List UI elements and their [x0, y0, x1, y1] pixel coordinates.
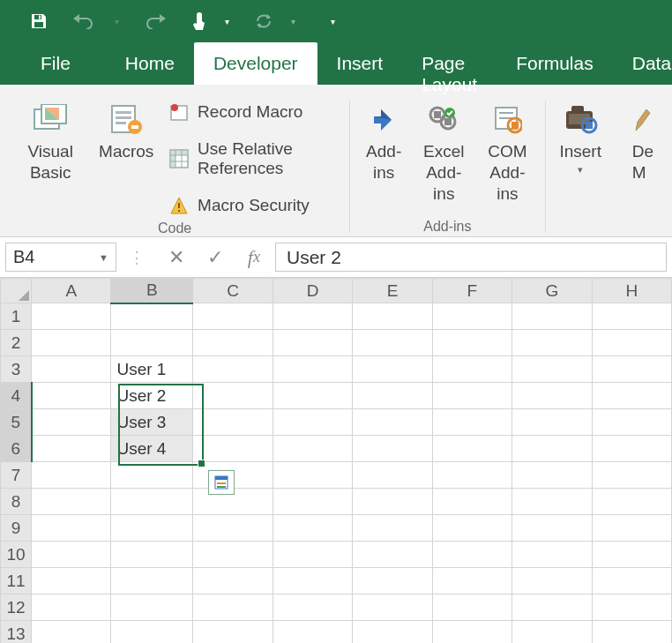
col-header-D[interactable]: D: [273, 279, 352, 303]
cell-B6[interactable]: User 4: [111, 436, 193, 462]
cell[interactable]: [512, 330, 593, 356]
cell[interactable]: [111, 568, 193, 594]
cell[interactable]: [432, 409, 511, 436]
cell[interactable]: [432, 356, 511, 383]
cell-B5[interactable]: User 3: [111, 409, 193, 436]
cell[interactable]: [512, 356, 593, 383]
excel-addins-button[interactable]: Excel Add-ins: [412, 95, 475, 209]
name-box[interactable]: B4 ▼: [5, 243, 116, 272]
col-header-H[interactable]: H: [592, 279, 671, 303]
row-header[interactable]: 11: [1, 568, 32, 594]
cell[interactable]: [273, 568, 352, 594]
cell[interactable]: [353, 383, 432, 409]
cell[interactable]: [432, 594, 511, 621]
cell[interactable]: [592, 356, 671, 383]
cell[interactable]: [273, 383, 352, 409]
tab-file[interactable]: File: [21, 42, 106, 85]
tab-page-layout[interactable]: Page Layout: [402, 42, 497, 85]
macros-button[interactable]: Macros: [95, 95, 157, 168]
cell[interactable]: [592, 436, 671, 462]
cell[interactable]: [32, 383, 111, 409]
cell[interactable]: [512, 542, 593, 568]
cell[interactable]: [512, 383, 593, 409]
cell[interactable]: [592, 515, 671, 542]
col-header-A[interactable]: A: [32, 279, 111, 303]
cell[interactable]: [193, 409, 273, 436]
cell[interactable]: [512, 436, 593, 462]
cell[interactable]: [592, 568, 671, 594]
cell[interactable]: [273, 409, 352, 436]
row-header[interactable]: 6: [1, 436, 32, 462]
cell[interactable]: [353, 436, 432, 462]
cell[interactable]: [32, 330, 111, 356]
cell[interactable]: [353, 568, 432, 594]
cell[interactable]: [111, 542, 193, 568]
cell[interactable]: [512, 489, 593, 515]
cell[interactable]: [273, 515, 352, 542]
addins-button[interactable]: Add- ins: [355, 95, 412, 189]
cell[interactable]: [111, 594, 193, 621]
row-header[interactable]: 4: [1, 383, 32, 409]
cell[interactable]: [592, 542, 671, 568]
design-mode-button[interactable]: De M: [610, 95, 667, 189]
cell[interactable]: [592, 621, 671, 644]
cell-B3[interactable]: User 1: [111, 356, 193, 383]
cell[interactable]: [592, 409, 671, 436]
col-header-B[interactable]: B: [111, 279, 193, 303]
cell[interactable]: [32, 409, 111, 436]
cell[interactable]: [592, 462, 671, 489]
cell[interactable]: [32, 462, 111, 489]
cell[interactable]: [193, 515, 273, 542]
cell[interactable]: [592, 330, 671, 356]
macro-security-button[interactable]: Macro Security: [162, 192, 344, 219]
cell[interactable]: [32, 542, 111, 568]
cell[interactable]: [353, 303, 432, 330]
cell[interactable]: [273, 489, 352, 515]
col-header-G[interactable]: G: [512, 279, 593, 303]
cell[interactable]: [111, 330, 193, 356]
worksheet[interactable]: A B C D E F G H 1 2 3User 1 4User 2 5Use…: [0, 278, 672, 643]
enter-icon[interactable]: ✓: [198, 243, 233, 272]
row-header[interactable]: 12: [1, 594, 32, 621]
col-header-C[interactable]: C: [193, 279, 273, 303]
cell[interactable]: [32, 489, 111, 515]
cell[interactable]: [32, 515, 111, 542]
cell[interactable]: [193, 303, 273, 330]
cell[interactable]: [273, 303, 352, 330]
com-addins-button[interactable]: COM Add-ins: [475, 95, 539, 209]
cell[interactable]: [32, 621, 111, 644]
cell[interactable]: [273, 436, 352, 462]
tab-data[interactable]: Data: [613, 42, 672, 85]
cell[interactable]: [512, 515, 593, 542]
cell[interactable]: [273, 542, 352, 568]
cell[interactable]: [273, 356, 352, 383]
cell[interactable]: [32, 568, 111, 594]
spreadsheet-grid[interactable]: A B C D E F G H 1 2 3User 1 4User 2 5Use…: [0, 278, 672, 643]
cell[interactable]: [353, 594, 432, 621]
cell[interactable]: [512, 303, 593, 330]
save-icon[interactable]: [30, 12, 48, 30]
cell[interactable]: [512, 409, 593, 436]
cell[interactable]: [273, 462, 352, 489]
visual-basic-button[interactable]: Visual Basic: [5, 95, 95, 189]
redo-icon[interactable]: [144, 13, 167, 29]
cell[interactable]: [512, 594, 593, 621]
cell[interactable]: [432, 621, 511, 644]
tab-home[interactable]: Home: [106, 42, 194, 85]
cell[interactable]: [432, 383, 511, 409]
cell[interactable]: [32, 356, 111, 383]
cell[interactable]: [353, 409, 432, 436]
autofill-options-button[interactable]: [208, 470, 235, 495]
cell[interactable]: [111, 621, 193, 644]
cell[interactable]: [353, 489, 432, 515]
cell[interactable]: [512, 462, 593, 489]
undo-dropdown-icon[interactable]: ▾: [115, 17, 119, 26]
cell[interactable]: [273, 330, 352, 356]
cell[interactable]: [432, 568, 511, 594]
select-all-corner[interactable]: [1, 279, 32, 303]
cell[interactable]: [193, 542, 273, 568]
touch-mode-icon[interactable]: [191, 11, 207, 31]
cell[interactable]: [432, 303, 511, 330]
cell[interactable]: [111, 489, 193, 515]
cancel-icon[interactable]: ✕: [159, 243, 194, 272]
